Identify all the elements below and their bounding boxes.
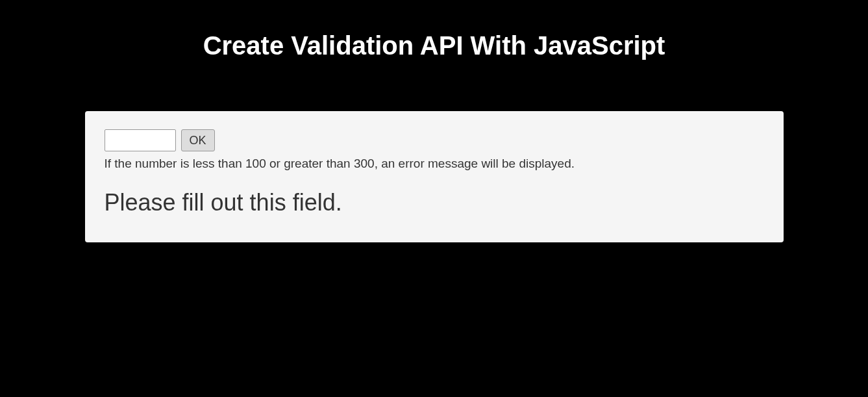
page-title: Create Validation API With JavaScript xyxy=(0,0,868,60)
number-input[interactable] xyxy=(105,129,176,151)
form-row: OK xyxy=(105,129,764,151)
help-text: If the number is less than 100 or greate… xyxy=(105,157,764,171)
validation-message: Please fill out this field. xyxy=(105,189,764,216)
page: Create Validation API With JavaScript OK… xyxy=(0,0,868,397)
ok-button[interactable]: OK xyxy=(181,129,215,151)
form-card: OK If the number is less than 100 or gre… xyxy=(85,111,784,242)
